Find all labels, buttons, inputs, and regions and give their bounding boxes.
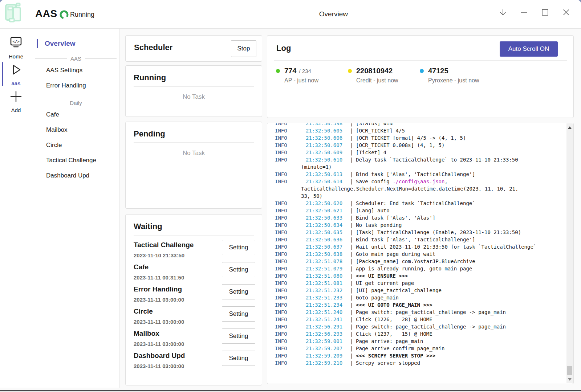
stat-dot-icon [420,69,424,73]
log-timestamp: 21:32:59.001 [306,338,350,345]
sidebar-item-overview[interactable]: Overview [32,38,119,49]
log-line: INFO21:32:59.207|Page arrive confirm pag… [268,345,566,352]
log-path-text: ./config\aas.json [393,179,444,184]
sidebar-item-dashboard-upd[interactable]: Dashboard Upd [32,168,119,183]
log-timestamp: 21:32:50.613 [306,171,350,178]
setting-button-dashboard-upd[interactable]: Setting [222,351,255,366]
rail-item-home[interactable]: </> Home [0,36,32,60]
log-message: [Task] TacticalChallenge (Enable, 2023-1… [356,229,521,236]
sidebar-active-indicator [37,39,38,48]
maximize-button[interactable] [540,8,550,17]
log-level: INFO [275,265,306,272]
log-timestamp: 21:32:50.638 [306,250,350,258]
rail-item-add[interactable]: Add [0,90,32,113]
log-view-card: INFO21:32:50.598|[Status] WININFO21:32:5… [267,123,574,384]
rail-item-aas[interactable]: aas [0,63,32,86]
log-level: INFO [275,309,306,316]
sidebar-group-label: AAS [70,56,81,62]
log-timestamp: 21:32:50.607 [306,142,350,149]
log-message: [OCR_TICKET] 4/5 [356,127,405,134]
log-timestamp: 21:32:56.291 [306,323,350,330]
log-message: Bind task ['Alas', 'Alas'] [356,214,435,221]
log-scroll-area[interactable]: INFO21:32:50.598|[Status] WININFO21:32:5… [268,123,566,383]
log-line: INFO21:32:51.078|[Package_name] com.Yost… [268,258,566,265]
log-timestamp: 21:32:59.209 [306,352,350,359]
waiting-task-row-cafe: Cafe2023-11-11 00:31:50Setting [134,259,254,281]
log-level: INFO [275,178,306,185]
log-separator: | [350,352,356,359]
log-timestamp: 21:32:51.233 [306,294,350,301]
scrollbar-thumb[interactable] [567,366,572,375]
log-level: INFO [275,171,306,178]
log-timestamp: 21:32:50.635 [306,229,350,236]
sidebar: Overview AASAAS SettingsError HandlingDa… [32,29,120,388]
log-message: Wait until 2023-11-10 21:33:50 for task … [356,243,536,250]
triangle-up-icon [568,126,572,129]
setting-button-cafe[interactable]: Setting [222,262,255,277]
sidebar-item-error-handling[interactable]: Error Handling [32,78,119,93]
log-level: INFO [275,149,306,156]
log-separator: | [350,272,356,279]
scrollbar-up-button[interactable] [566,124,573,131]
log-separator: | [350,171,356,178]
setting-button-circle[interactable]: Setting [222,306,255,322]
log-timestamp: 21:32:50.609 [306,149,350,156]
setting-button-mailbox[interactable]: Setting [222,328,255,344]
log-level: INFO [275,338,306,345]
log-timestamp: 21:32:51.241 [306,316,350,323]
scrollbar-down-button[interactable] [566,376,573,383]
log-line: INFO21:32:56.291|Page switch: page_tacti… [268,323,566,330]
log-scrollbar[interactable] [566,123,573,383]
log-message: [Package_name] com.YostarJP.BlueArchive [356,258,475,265]
log-line: INFO21:32:50.635|[Task] TacticalChalleng… [268,229,566,236]
log-line-continuation: TacticalChallenge.Scheduler.NextRun=date… [268,185,566,192]
log-message: Page switch: page_tactical_challenge -> … [356,323,506,330]
sidebar-group-label: Daily [70,100,82,106]
log-line: INFO21:32:50.621|[Lang] auto [268,207,566,214]
download-update-button[interactable] [498,8,508,17]
sidebar-item-tactical-challenge[interactable]: Tactical Challenge [32,153,119,168]
log-timestamp: 21:32:51.078 [306,258,350,265]
log-line: INFO21:32:59.001|Page arrive: page_main [268,338,566,345]
log-line: INFO21:32:51.081|UI get current page [268,279,566,287]
stat-suffix: / 234 [299,68,311,74]
log-message: [OCR_TICKET 0.008s] (4, 1, 5) [356,142,444,149]
app-name: AAS [35,8,57,20]
setting-button-tactical-challenge[interactable]: Setting [222,240,255,255]
sidebar-group-divider-aas: AAS [35,54,117,63]
log-separator: | [350,338,356,345]
running-spinner-icon [59,10,69,20]
sidebar-item-circle[interactable]: Circle [32,138,119,153]
pending-empty-text: No Task [134,150,254,157]
log-line: INFO21:32:50.634|No task pending [268,221,566,229]
log-message: [Ticket] 4 [356,149,386,156]
close-button[interactable] [561,8,571,17]
log-level: INFO [275,316,306,323]
log-line: INFO21:32:50.633|Bind task ['Alas', 'Ala… [268,214,566,221]
sidebar-active-label: Overview [45,40,76,48]
sidebar-item-cafe[interactable]: Cafe [32,107,119,122]
log-separator: | [350,142,356,149]
log-message: Goto main page during wait [356,250,435,258]
stop-button[interactable]: Stop [231,40,256,57]
sidebar-item-aas-settings[interactable]: AAS Settings [32,63,119,78]
waiting-task-row-error-handling: Error Handling2023-11-11 03:00:00Setting [134,281,254,303]
auto-scroll-button[interactable]: Auto Scroll ON [500,41,558,57]
sidebar-item-mailbox[interactable]: Mailbox [32,122,119,138]
waiting-task-row-circle: Circle2023-11-11 03:00:00Setting [134,303,254,326]
log-level: INFO [275,134,306,142]
log-message: <<< SCRCPY SERVER STOP >>> [356,352,435,359]
stat-value: 47125 [428,67,448,75]
log-level: INFO [275,359,306,367]
log-timestamp: 21:32:50.634 [306,221,350,229]
scheduler-card: Scheduler Stop [125,35,262,62]
pending-card: Pending No Task [125,122,262,209]
log-separator: | [350,316,356,323]
minimize-button[interactable] [519,8,529,17]
setting-button-error-handling[interactable]: Setting [222,284,255,299]
log-timestamp: 21:32:51.232 [306,287,350,294]
log-timestamp: 21:32:50.637 [306,243,350,250]
log-separator: | [350,287,356,294]
log-line: INFO21:32:59.210|Scrcpy server stopped [268,359,566,367]
log-level: INFO [275,294,306,301]
